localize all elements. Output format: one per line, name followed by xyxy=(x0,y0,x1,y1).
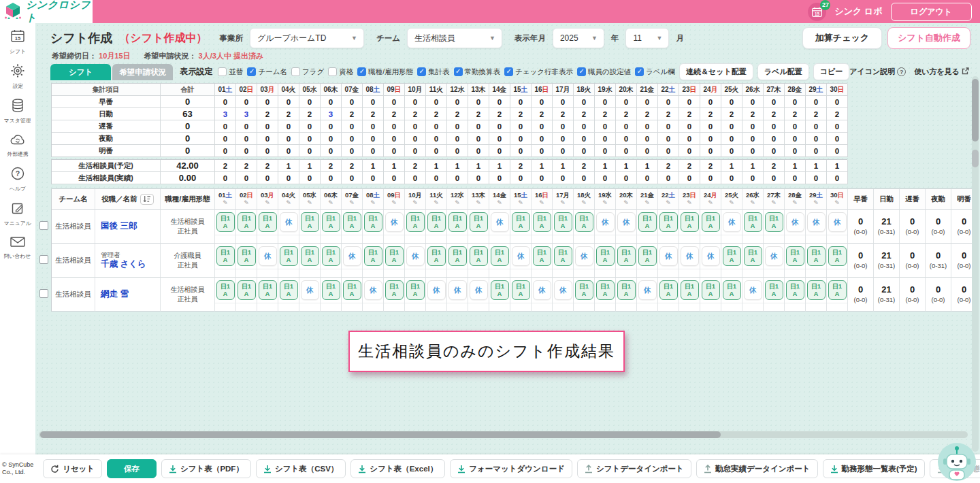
edit-pencil-icon[interactable]: ✎ xyxy=(750,200,755,206)
edit-pencil-icon[interactable]: ✎ xyxy=(518,200,523,206)
shift-badge-work[interactable]: 日1A xyxy=(702,212,720,232)
staff-name-link[interactable]: 千歳 さくら xyxy=(101,259,160,270)
shift-badge-work[interactable]: 日1A xyxy=(786,280,804,300)
sidebar-item-7[interactable]: 問い合わせ xyxy=(3,235,32,261)
shift-badge-off[interactable]: 休 xyxy=(554,280,572,300)
edit-pencil-icon[interactable]: ✎ xyxy=(813,200,819,206)
shift-badge-off[interactable]: 休 xyxy=(343,246,361,266)
shift-badge-work[interactable]: 日1A xyxy=(259,212,277,232)
shift-badge-work[interactable]: 日1A xyxy=(681,212,699,232)
shift-badge-work[interactable]: 日1A xyxy=(322,212,340,232)
footer-button-1[interactable]: リセット xyxy=(43,459,102,478)
shift-badge-work[interactable]: 日1A xyxy=(828,280,847,300)
shift-badge-work[interactable]: 日1A xyxy=(723,280,741,300)
shift-badge-off[interactable]: 休 xyxy=(448,280,467,300)
shift-badge-work[interactable]: 日1A xyxy=(322,246,340,266)
shift-badge-work[interactable]: 日1A xyxy=(385,246,404,266)
shift-badge-work[interactable]: 日1A xyxy=(238,212,256,232)
shift-badge-work[interactable]: 日1A xyxy=(427,246,446,266)
notification-calendar-icon[interactable]: 15 27 xyxy=(808,3,826,21)
setting-checkbox-1[interactable]: 並替 xyxy=(218,67,243,77)
edit-pencil-icon[interactable]: ✎ xyxy=(708,200,713,206)
shift-badge-work[interactable]: 日1A xyxy=(216,280,235,300)
staff-row-checkbox[interactable] xyxy=(39,289,48,298)
addition-check-button[interactable]: 加算チェック xyxy=(802,27,882,49)
shift-badge-work[interactable]: 日1A xyxy=(533,212,551,232)
setting-checkbox-7[interactable]: 常勤換算表 xyxy=(454,67,501,77)
sidebar-item-3[interactable]: マスタ管理 xyxy=(3,98,32,125)
sidebar-item-1[interactable]: 15シフト xyxy=(9,29,27,56)
staff-row-checkbox[interactable] xyxy=(39,255,48,264)
shift-badge-off[interactable]: 休 xyxy=(638,280,657,300)
shift-badge-work[interactable]: 日1A xyxy=(638,246,657,266)
shift-badge-work[interactable]: 日1A xyxy=(406,212,425,232)
team-select[interactable]: 生活相談員▼ xyxy=(407,28,502,48)
shift-badge-work[interactable]: 日1A xyxy=(448,212,467,232)
edit-pencil-icon[interactable]: ✎ xyxy=(307,200,312,206)
edit-pencil-icon[interactable]: ✎ xyxy=(729,200,734,206)
shift-badge-work[interactable]: 日1A xyxy=(512,280,530,300)
shift-badge-work[interactable]: 日1A xyxy=(681,280,699,300)
edit-pencil-icon[interactable]: ✎ xyxy=(602,200,608,206)
shift-badge-work[interactable]: 日1A xyxy=(617,246,636,266)
shift-badge-work[interactable]: 日1A xyxy=(744,246,762,266)
shift-badge-work[interactable]: 日1A xyxy=(533,246,551,266)
shift-badge-off[interactable]: 休 xyxy=(744,280,762,300)
edit-pencil-icon[interactable]: ✎ xyxy=(434,200,439,206)
setting-checkbox-9[interactable]: 職員の設定値 xyxy=(577,67,631,77)
shift-badge-work[interactable]: 日1A xyxy=(828,246,847,266)
footer-button-5[interactable]: シフト表（Excel） xyxy=(350,459,445,478)
shift-badge-off[interactable]: 休 xyxy=(364,280,382,300)
shift-badge-work[interactable]: 日1A xyxy=(259,280,277,300)
shift-badge-work[interactable]: 日1A xyxy=(280,246,298,266)
shift-badge-work[interactable]: 日1A xyxy=(470,246,488,266)
footer-button-4[interactable]: シフト表（CSV） xyxy=(256,459,346,478)
edit-pencil-icon[interactable]: ✎ xyxy=(391,200,397,206)
vertical-scrollbar-thumb2[interactable] xyxy=(972,150,979,167)
shift-badge-work[interactable]: 日1A xyxy=(301,246,319,266)
shift-badge-off[interactable]: 休 xyxy=(575,246,593,266)
edit-pencil-icon[interactable]: ✎ xyxy=(560,200,566,206)
shift-badge-work[interactable]: 日1A xyxy=(343,280,361,300)
edit-pencil-icon[interactable]: ✎ xyxy=(771,200,777,206)
setting-checkbox-10[interactable]: ラベル欄 xyxy=(635,67,675,77)
shift-badge-work[interactable]: 日1A xyxy=(216,212,235,232)
shift-badge-work[interactable]: 日1A xyxy=(575,212,593,232)
edit-pencil-icon[interactable]: ✎ xyxy=(687,200,692,206)
mascot-robot[interactable] xyxy=(936,441,977,483)
vertical-scrollbar-thumb[interactable] xyxy=(972,79,979,141)
setting-checkbox-2[interactable]: チーム名 xyxy=(247,67,287,77)
sequence-set-button[interactable]: 連続＆セット配置 xyxy=(679,63,753,80)
shift-badge-work[interactable]: 日1A xyxy=(448,246,467,266)
sidebar-item-6[interactable]: マニュアル xyxy=(3,201,33,228)
shift-badge-work[interactable]: 日1A xyxy=(491,246,509,266)
usage-link[interactable]: 使い方を見る xyxy=(914,67,969,77)
shift-badge-work[interactable]: 日1A xyxy=(638,212,657,232)
edit-pencil-icon[interactable]: ✎ xyxy=(539,200,544,206)
office-select[interactable]: グループホームTD▼ xyxy=(250,28,364,48)
shift-badge-work[interactable]: 日1A xyxy=(364,212,382,232)
shift-badge-off[interactable]: 休 xyxy=(259,246,277,266)
shift-badge-work[interactable]: 日1A xyxy=(238,246,256,266)
shift-badge-off[interactable]: 休 xyxy=(617,212,636,232)
edit-pencil-icon[interactable]: ✎ xyxy=(497,200,502,206)
shift-badge-work[interactable]: 日1A xyxy=(596,280,615,300)
shift-badge-off[interactable]: 休 xyxy=(765,246,783,266)
shift-badge-off[interactable]: 休 xyxy=(807,212,826,232)
edit-pencil-icon[interactable]: ✎ xyxy=(455,200,460,206)
shift-badge-work[interactable]: 日1A xyxy=(322,280,340,300)
edit-pencil-icon[interactable]: ✎ xyxy=(666,200,671,206)
shift-badge-off[interactable]: 休 xyxy=(470,280,488,300)
shift-badge-work[interactable]: 日1A xyxy=(575,280,593,300)
shift-badge-work[interactable]: 日1A xyxy=(554,246,572,266)
edit-pencil-icon[interactable]: ✎ xyxy=(834,200,840,206)
shift-badge-off[interactable]: 休 xyxy=(491,212,509,232)
shift-badge-off[interactable]: 休 xyxy=(659,246,678,266)
edit-pencil-icon[interactable]: ✎ xyxy=(370,200,376,206)
edit-pencil-icon[interactable]: ✎ xyxy=(792,200,798,206)
footer-button-6[interactable]: フォーマットダウンロード xyxy=(450,459,572,478)
shift-badge-off[interactable]: 休 xyxy=(280,212,298,232)
shift-badge-work[interactable]: 日1A xyxy=(512,212,530,232)
footer-button-2[interactable]: 保存 xyxy=(107,459,157,478)
edit-pencil-icon[interactable]: ✎ xyxy=(412,200,418,206)
